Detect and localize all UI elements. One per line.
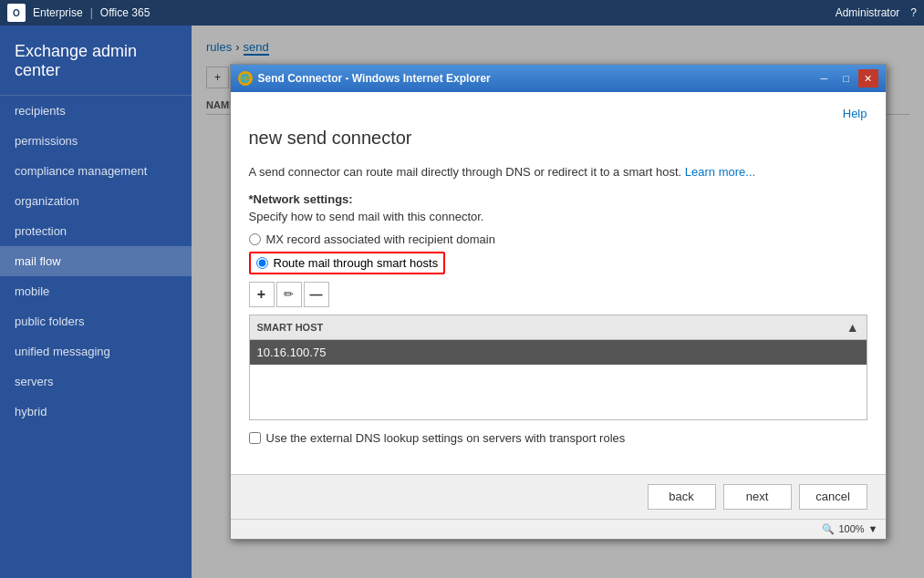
sidebar-item-organization[interactable]: organization [0,186,192,216]
external-dns-checkbox[interactable] [249,432,261,444]
sidebar-item-hybrid[interactable]: hybrid [0,397,192,427]
sidebar-item-public-folders[interactable]: public folders [0,306,192,336]
add-smart-host-button[interactable]: + [249,282,275,307]
smart-host-option-highlighted: Route mail through smart hosts [249,252,446,274]
sidebar-item-mail-flow[interactable]: mail flow [0,246,192,276]
sidebar-item-mobile[interactable]: mobile [0,276,192,306]
cancel-button[interactable]: cancel [799,484,867,510]
close-button[interactable]: ✕ [858,69,878,88]
delete-smart-host-button[interactable]: — [304,282,329,307]
sidebar-item-permissions[interactable]: permissions [0,126,192,156]
zoom-level: 100% [838,523,864,534]
external-dns-row: Use the external DNS lookup settings on … [249,431,867,445]
back-button[interactable]: back [648,484,716,510]
ie-statusbar: 🔍 100% ▼ [231,519,886,539]
page-title: new send connector [249,128,867,149]
ie-icon: 🌐 [238,71,253,86]
help-icon[interactable]: ? [910,6,917,19]
app-title: Exchange admin center [0,26,192,96]
admin-label: Administrator [836,6,900,19]
network-settings-sub: Specify how to send mail with this conne… [249,210,867,223]
zoom-icon: 🔍 [822,523,835,535]
edit-smart-host-button[interactable]: ✏ [276,282,302,307]
ie-window: 🌐 Send Connector - Windows Internet Expl… [230,64,887,540]
ie-content: Help new send connector A send connector… [231,92,886,474]
next-button[interactable]: next [723,484,792,510]
smart-host-table: SMART HOST ▲ 10.16.100.75 [249,315,867,420]
help-link[interactable]: Help [249,107,867,120]
ie-footer: back next cancel [231,474,886,519]
modal-overlay: 🌐 Send Connector - Windows Internet Expl… [192,26,924,578]
description-text: A send connector can route mail directly… [249,163,867,181]
network-settings-label: *Network settings: [249,192,867,206]
main-layout: Exchange admin center recipients permiss… [0,26,924,578]
smart-host-column-header: SMART HOST ▲ [250,315,867,340]
sidebar-item-servers[interactable]: servers [0,366,192,397]
smart-host-icon-toolbar: + ✏ — [249,282,867,307]
smart-host-row[interactable]: 10.16.100.75 [250,340,867,365]
restore-button[interactable]: □ [836,69,857,88]
external-dns-label: Use the external DNS lookup settings on … [266,431,626,445]
sidebar-item-recipients[interactable]: recipients [0,96,192,126]
top-bar-right: Administrator ? [836,6,917,19]
zoom-dropdown-icon[interactable]: ▼ [868,523,878,534]
ie-window-controls: ─ □ ✕ [815,69,878,88]
smart-host-label: Route mail through smart hosts [274,256,439,270]
content-area: rules › send + NAME 🌐 Send Connector - W… [192,26,924,578]
smart-host-radio[interactable] [256,257,268,269]
mx-radio[interactable] [249,233,261,245]
mx-record-option[interactable]: MX record associated with recipient doma… [249,232,867,246]
brand-name: Enterprise [33,6,83,19]
sidebar-item-compliance-management[interactable]: compliance management [0,156,192,186]
product-name: Office 365 [100,6,150,19]
sidebar-item-protection[interactable]: protection [0,216,192,246]
mx-label: MX record associated with recipient doma… [266,232,495,246]
smart-host-empty-area [250,365,867,419]
sidebar-item-unified-messaging[interactable]: unified messaging [0,336,192,366]
office-logo: O [7,4,26,22]
ie-titlebar: 🌐 Send Connector - Windows Internet Expl… [231,65,886,92]
minimize-button[interactable]: ─ [815,69,835,88]
sidebar: Exchange admin center recipients permiss… [0,26,192,578]
learn-more-link[interactable]: Learn more... [685,165,755,179]
top-bar: O Enterprise | Office 365 Administrator … [0,0,924,26]
ie-title: Send Connector - Windows Internet Explor… [258,72,809,85]
